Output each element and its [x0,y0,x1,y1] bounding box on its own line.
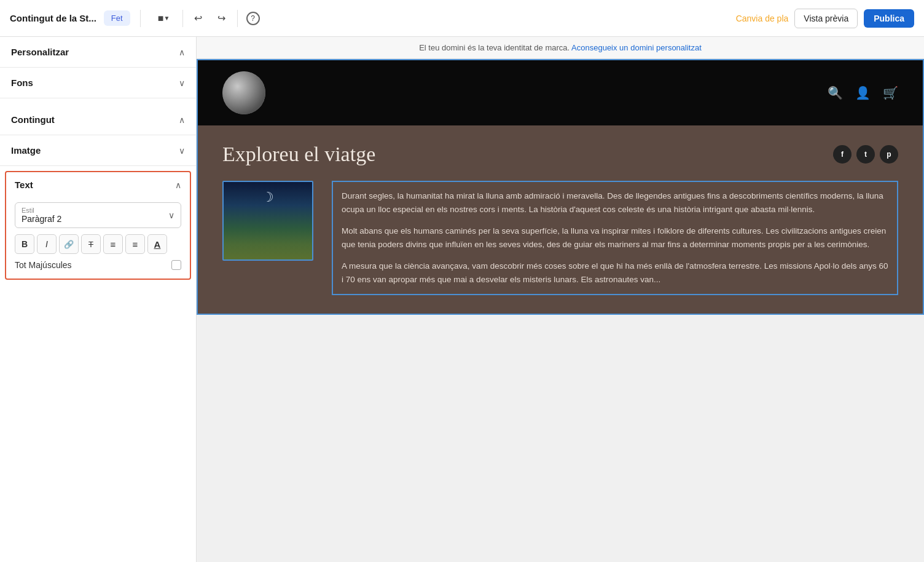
cart-icon[interactable]: 🛒 [883,85,898,100]
text-section: Text ∧ Estil Paràgraf 2 ∨ B [5,171,191,280]
blog-image-area: ☽ [222,181,313,295]
chevron-down-icon: ▼ [164,15,170,22]
unordered-list-button[interactable]: ≡ [103,234,123,254]
toolbar-icons: ■ ▼ ↩ ↪ ? [151,8,264,29]
style-dropdown-label: Estil Paràgraf 2 [22,207,61,224]
contingut-chevron-up-icon: ∧ [179,115,185,125]
bold-button[interactable]: B [15,234,34,254]
twitter-icon[interactable]: t [856,145,875,164]
tot-majuscules-row: Tot Majúscules [15,254,181,270]
toolbar-separator-3 [237,10,238,27]
mountain-image: ☽ [224,182,312,259]
contingut-header[interactable]: Contingut ∧ [0,105,196,135]
undo-button[interactable]: ↩ [188,8,209,29]
blog-content: ☽ Durant segles, la humanitat ha mirat l… [198,181,923,314]
help-button[interactable]: ? [243,8,264,29]
crescent-moon-icon: ☽ [262,189,274,205]
right-content: El teu domini és la teva identitat de ma… [197,37,924,562]
redo-button[interactable]: ↪ [211,8,232,29]
left-panel: Personalitzar ∧ Fons ∨ Contingut ∧ Imatg… [0,37,197,562]
style-dropdown[interactable]: Estil Paràgraf 2 ∨ [15,202,181,228]
unordered-list-icon: ≡ [111,239,116,250]
text-section-title: Text [15,180,33,190]
link-icon: 🔗 [64,240,74,249]
tot-majuscules-checkbox[interactable] [171,260,181,270]
top-bar-right-actions: Canvia de pla Vista prèvia Publica [736,9,914,28]
undo-icon: ↩ [194,12,202,24]
style-value: Paràgraf 2 [22,214,61,224]
personalitzar-title: Personalitzar [11,47,69,57]
imatge-section: Imatge ∨ [0,135,196,166]
italic-icon: I [45,239,48,249]
spacer [0,98,196,105]
imatge-chevron-down-icon: ∨ [179,146,185,156]
change-plan-button[interactable]: Canvia de pla [736,14,789,23]
moon-logo-image [222,71,265,114]
domain-bar-link[interactable]: Aconsegueix un domini personalitzat [571,43,702,52]
tot-majuscules-label: Tot Majúscules [15,260,72,270]
question-mark-icon: ? [246,12,260,25]
blog-paragraph-3: A mesura que la ciència avançava, vam de… [342,259,888,286]
main-layout: Personalitzar ∧ Fons ∨ Contingut ∧ Imatg… [0,37,924,562]
text-chevron-up-icon: ∧ [175,180,181,190]
imatge-title: Imatge [11,145,41,156]
site-logo [222,71,265,114]
preview-button[interactable]: Vista prèvia [794,9,858,28]
search-icon[interactable]: 🔍 [828,85,843,100]
domain-bar-text: El teu domini és la teva identitat de ma… [419,43,570,52]
personalitzar-header[interactable]: Personalitzar ∧ [0,37,196,67]
clear-format-icon: T [88,240,93,249]
domain-bar: El teu domini és la teva identitat de ma… [197,37,924,59]
website-preview: 🔍 👤 🛒 Exploreu el viatge f t p [197,59,924,315]
personalitzar-chevron-up-icon: ∧ [179,47,185,57]
toolbar-separator [140,10,141,27]
link-button[interactable]: 🔗 [59,234,79,254]
personalitzar-section: Personalitzar ∧ [0,37,196,68]
redo-icon: ↪ [217,12,225,24]
blog-hero: Exploreu el viatge f t p [198,125,923,181]
blog-text-area: Durant segles, la humanitat ha mirat la … [332,181,898,295]
toolbar-separator-2 [182,10,183,27]
bold-icon: B [22,239,28,249]
account-icon[interactable]: 👤 [855,85,871,100]
done-button[interactable]: Fet [104,10,130,26]
fons-title: Fons [11,77,33,88]
social-icons: f t p [833,145,898,164]
device-selector-button[interactable]: ■ ▼ [151,8,178,29]
pinterest-icon[interactable]: p [880,145,898,164]
blog-title: Exploreu el viatge [222,143,375,166]
contingut-title: Contingut [11,114,55,125]
blog-thumbnail: ☽ [222,181,313,261]
site-header: 🔍 👤 🛒 [198,60,923,125]
blog-paragraph-2: Molt abans que els humans caminés per la… [342,224,888,251]
text-section-body: Estil Paràgraf 2 ∨ B I 🔗 [6,197,190,279]
publish-button[interactable]: Publica [864,9,914,28]
style-chevron-down-icon: ∨ [168,210,174,220]
fons-header[interactable]: Fons ∨ [0,68,196,98]
ordered-list-button[interactable]: ≡ [125,234,145,254]
site-header-icons: 🔍 👤 🛒 [828,85,898,100]
format-buttons: B I 🔗 T ≡ ≡ [15,234,181,254]
facebook-icon[interactable]: f [833,145,852,164]
top-toolbar: Contingut de la St... Fet ■ ▼ ↩ ↪ ? Canv… [0,0,924,37]
page-title: Contingut de la St... [10,13,96,23]
fons-chevron-down-icon: ∨ [179,78,185,88]
imatge-header[interactable]: Imatge ∨ [0,135,196,165]
italic-button[interactable]: I [37,234,57,254]
blog-paragraph-1: Durant segles, la humanitat ha mirat la … [342,189,888,216]
text-color-button[interactable]: A [147,234,167,254]
monitor-icon: ■ [158,13,164,24]
fons-section: Fons ∨ [0,68,196,98]
contingut-section: Contingut ∧ [0,105,196,135]
text-color-icon: A [154,239,161,250]
text-section-header[interactable]: Text ∧ [6,172,190,197]
ordered-list-icon: ≡ [133,239,138,250]
clear-format-button[interactable]: T [81,234,101,254]
style-label: Estil [22,207,61,214]
